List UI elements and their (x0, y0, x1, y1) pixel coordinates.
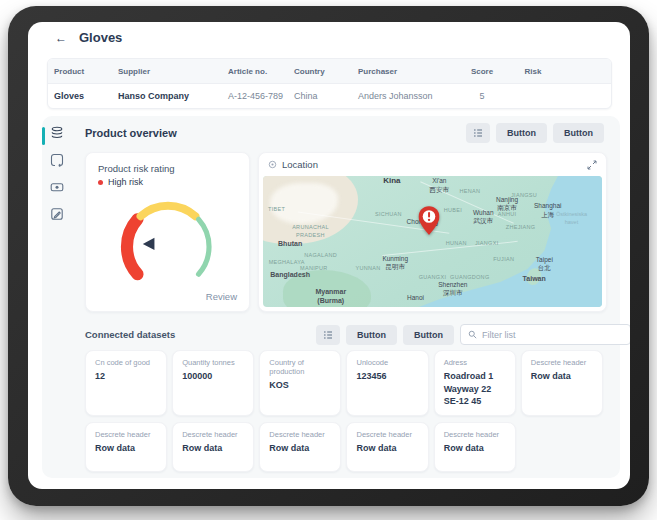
map-label: ZHEJIANG (506, 224, 536, 231)
map-terrain-myanmar (283, 270, 371, 307)
review-link[interactable]: Review (206, 291, 237, 302)
overview-button-2[interactable]: Button (553, 123, 604, 143)
active-tab-indicator (42, 127, 45, 145)
map-label: JIANGSU (511, 192, 537, 199)
column-header: Country (294, 67, 358, 76)
dataset-card-header: Country of production (269, 358, 331, 376)
map-label: SICHUAN (375, 211, 402, 218)
table-header-row: Product Supplier Article no. Country Pur… (48, 59, 611, 84)
dataset-card[interactable]: Descrete headerRow data (521, 350, 603, 416)
risk-card-title: Product risk rating (98, 163, 175, 174)
dataset-card[interactable]: Descrete headerRow data (172, 422, 254, 472)
product-risk-rating-card: Product risk rating High risk Review (85, 152, 250, 312)
overview-panel: Product overview Button Button Product r… (42, 116, 620, 478)
map-label: Kunming 昆明市 (382, 255, 408, 272)
map-label: FUJIAN (493, 256, 514, 263)
dataset-card-header: Descrete header (182, 430, 244, 439)
overview-button-1[interactable]: Button (496, 123, 547, 143)
media-icon[interactable] (50, 180, 64, 194)
map-label: GUANGDONG (450, 274, 489, 281)
dataset-card-value: Row data (531, 370, 593, 383)
dataset-card[interactable]: Country of productionKOS (259, 350, 341, 416)
cell-supplier: Hanso Company (118, 91, 228, 101)
risk-gauge (102, 187, 234, 299)
dataset-card[interactable]: AdressRoadroad 1Wayway 22SE-12 45 (434, 350, 516, 416)
gauge-pointer (142, 238, 154, 250)
map-road (382, 241, 517, 256)
column-header: Product (54, 67, 118, 76)
cell-article: A-12-456-789 (228, 91, 294, 101)
dataset-card-value: Roadroad 1Wayway 22SE-12 45 (444, 370, 506, 408)
map-label: GUANGXI (419, 274, 446, 281)
search-icon (468, 330, 477, 339)
cell-country: China (294, 91, 358, 101)
dataset-card-value: Row data (95, 442, 157, 455)
dataset-card-header: Descrete header (444, 430, 506, 439)
column-header: Score (464, 67, 500, 76)
column-header: Risk (500, 67, 566, 76)
map[interactable]: KinaXi'an 西安市HENANJIANGSUNanjing 南京市Shan… (263, 176, 602, 307)
dataset-card[interactable]: Descrete headerRow data (259, 422, 341, 472)
dataset-card[interactable]: Descrete headerRow data (346, 422, 428, 472)
dataset-card-value: 100000 (182, 370, 244, 383)
dataset-card-value: Row data (444, 442, 506, 455)
cell-score: 5 (464, 91, 500, 101)
cell-purchaser: Anders Johansson (358, 91, 464, 101)
column-header: Article no. (228, 67, 294, 76)
dataset-card-value: Row data (182, 442, 244, 455)
layers-icon[interactable] (50, 126, 64, 140)
map-label: HENAN (459, 188, 480, 195)
expand-icon[interactable] (587, 160, 597, 170)
edit-icon[interactable] (50, 207, 64, 221)
section-title-product-overview: Product overview (85, 127, 177, 139)
map-label: Hanoi (407, 294, 424, 302)
datasets-grid: Cn code of good12Quantity tonnes100000Co… (85, 350, 603, 472)
list-settings-button[interactable] (466, 123, 490, 143)
table-row[interactable]: Gloves Hanso Company A-12-456-789 China … (48, 84, 611, 108)
dataset-card-header: Descrete header (269, 430, 331, 439)
location-card: Location KinaXi'an 西安市HENANJIANGSUNanjin… (258, 152, 607, 312)
risk-status-label: High risk (108, 177, 143, 187)
location-card-header: Location (259, 153, 606, 176)
dataset-card-header: Cn code of good (95, 358, 157, 367)
dataset-card[interactable]: Unlocode123456 (346, 350, 428, 416)
dataset-card-value: KOS (269, 379, 331, 392)
page-title: Gloves (79, 30, 122, 45)
overview-toolbar: Button Button (466, 123, 604, 143)
dataset-card-header: Descrete header (531, 358, 593, 367)
map-label: HUBEI (444, 207, 462, 214)
column-header: Purchaser (358, 67, 464, 76)
dataset-card[interactable]: Cn code of good12 (85, 350, 167, 416)
dataset-card-value: 123456 (356, 370, 418, 383)
column-header: Supplier (118, 67, 228, 76)
dataset-card-header: Adress (444, 358, 506, 367)
map-label: YUNNAN (356, 265, 381, 272)
location-card-title: Location (282, 159, 318, 170)
dataset-card[interactable]: Descrete headerRow data (85, 422, 167, 472)
map-label: Nanjing 南京市 (496, 196, 518, 213)
map-pin[interactable] (419, 206, 440, 235)
high-risk-dot (98, 180, 103, 185)
dataset-card[interactable]: Quantity tonnes100000 (172, 350, 254, 416)
dataset-card-header: Unlocode (356, 358, 418, 367)
list-settings-button[interactable] (316, 325, 340, 345)
side-nav (50, 126, 64, 221)
dataset-card-value: Row data (356, 442, 418, 455)
dataset-card-value: Row data (269, 442, 331, 455)
back-button[interactable]: ← (53, 30, 69, 46)
sync-icon[interactable] (50, 153, 64, 167)
filter-list-searchbox[interactable] (460, 324, 630, 345)
datasets-button-1[interactable]: Button (346, 325, 397, 345)
location-marker-icon (268, 160, 277, 169)
filter-list-input[interactable] (482, 330, 623, 340)
risk-status: High risk (98, 177, 143, 187)
datasets-button-2[interactable]: Button (403, 325, 454, 345)
map-label: Kina (383, 176, 400, 186)
dataset-card-header: Quantity tonnes (182, 358, 244, 367)
dataset-card-header: Descrete header (356, 430, 418, 439)
dataset-card-header: Descrete header (95, 430, 157, 439)
map-label: NAGALAND (304, 252, 337, 259)
dataset-card[interactable]: Descrete headerRow data (434, 422, 516, 472)
app-window: ← Gloves Product Supplier Article no. Co… (28, 22, 630, 489)
map-label: MEGHALAYA (269, 259, 305, 266)
